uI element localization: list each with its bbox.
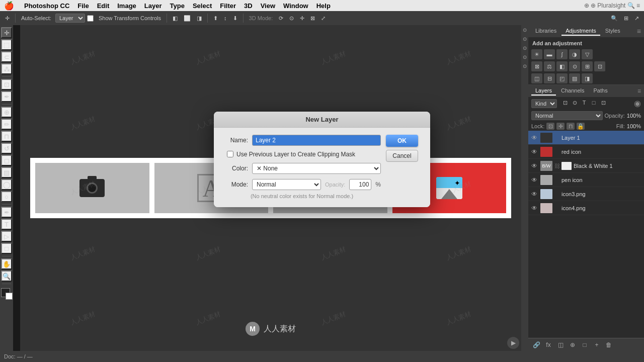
pixel-filter-icon[interactable]: ⊡ (561, 100, 569, 108)
layer-row-icon3[interactable]: 👁 icon3.png (528, 187, 644, 201)
gradient-tool[interactable]: ▨ (1, 167, 12, 178)
3d-rotate-btn[interactable]: ⟳ (277, 14, 285, 23)
history-brush-tool[interactable]: ↺ (1, 143, 12, 154)
dialog-color-select[interactable]: ✕ None Red Orange Yellow Green Blue Viol… (252, 163, 381, 174)
menu-select[interactable]: Select (193, 2, 212, 10)
align-right-btn[interactable]: ◨ (195, 14, 204, 23)
layer-row-icon4[interactable]: 👁 icon4.png (528, 201, 644, 215)
dodge-tool[interactable]: ○ (1, 191, 12, 202)
panel-icon-2[interactable]: ⊙ (522, 36, 528, 42)
eyedropper-tool[interactable]: ✒ (1, 91, 12, 102)
brightness-contrast-btn[interactable]: ☀ (531, 49, 542, 59)
eraser-tool[interactable]: ◻ (1, 155, 12, 166)
marquee-tool[interactable]: ⬚ (1, 39, 12, 50)
3d-slide-btn[interactable]: ⊠ (308, 14, 317, 23)
3d-scale-btn[interactable]: ⤢ (319, 14, 328, 23)
healing-brush-tool[interactable]: ⊕ (1, 107, 12, 118)
panel-icon-5[interactable]: ⊙ (522, 63, 528, 69)
lock-all-btn[interactable]: 🔒 (577, 123, 585, 130)
filter-toggle-icon[interactable]: ◉ (634, 99, 641, 108)
add-mask-icon[interactable]: ◫ (555, 340, 566, 350)
color-balance-btn[interactable]: ⚖ (544, 61, 555, 71)
icon4-visibility-icon[interactable]: 👁 (530, 204, 538, 212)
blend-mode-select[interactable]: Normal Multiply Screen (531, 111, 603, 120)
layer-row-layer1[interactable]: 👁 Layer 1 (528, 131, 644, 145)
lock-position-btn[interactable]: ✛ (556, 123, 565, 130)
zoom-tool[interactable]: 🔍 (1, 270, 12, 282)
scroll-right-btn[interactable]: ▶ (507, 337, 519, 349)
lasso-tool[interactable]: ⊂ (1, 51, 12, 62)
layer-row-bw1[interactable]: 👁 B/W ⛓ Black & White 1 (528, 159, 644, 173)
panel-icon-4[interactable]: ⊙ (522, 54, 528, 60)
curves-btn[interactable]: ∫ (556, 49, 568, 59)
arrange-btn[interactable]: ⊞ (622, 14, 630, 23)
tab-channels[interactable]: Channels (557, 86, 588, 96)
layers-kind-select[interactable]: Kind (531, 99, 557, 108)
text-filter-icon[interactable]: T (580, 100, 588, 108)
gradient-map-btn[interactable]: ▤ (569, 73, 580, 83)
new-adj-layer-icon[interactable]: ⊕ (568, 340, 578, 350)
invert-btn[interactable]: ◫ (531, 73, 542, 83)
tab-layers[interactable]: Layers (531, 86, 556, 96)
background-color[interactable] (6, 293, 13, 300)
penicon-visibility-icon[interactable]: 👁 (530, 176, 538, 184)
align-center-h-btn[interactable]: ⬜ (182, 14, 193, 23)
tab-adjustments[interactable]: Adjustments (561, 27, 600, 36)
bw1-visibility-icon[interactable]: 👁 (530, 162, 538, 170)
layer-row-penicon[interactable]: 👁 pen icon (528, 173, 644, 187)
shape-filter-icon[interactable]: □ (590, 100, 598, 108)
pen-tool[interactable]: ✒ (1, 207, 12, 218)
fx-icon[interactable]: fx (543, 340, 553, 350)
color-lookup-btn[interactable]: ⊡ (594, 61, 605, 71)
show-transform-checkbox[interactable] (87, 15, 94, 22)
panel-icon-1[interactable]: ⊙ (522, 27, 528, 33)
move-tool-btn[interactable]: ✛ (3, 14, 12, 23)
redicon-visibility-icon[interactable]: 👁 (530, 148, 538, 156)
text-tool[interactable]: T (1, 219, 12, 230)
tab-styles[interactable]: Styles (601, 27, 624, 36)
share-btn[interactable]: ↗ (632, 14, 641, 23)
selective-color-btn[interactable]: ◨ (582, 73, 593, 83)
photo-filter-btn[interactable]: ⊙ (569, 61, 580, 71)
move-tool[interactable]: ✛ (1, 27, 12, 38)
magic-wand-tool[interactable]: ⁂ (1, 63, 12, 74)
align-bottom-btn[interactable]: ⬇ (231, 14, 239, 23)
dialog-cancel-btn[interactable]: Cancel (386, 150, 418, 162)
dialog-name-input[interactable] (252, 135, 381, 146)
dialog-ok-btn[interactable]: OK (386, 135, 418, 147)
smartobj-filter-icon[interactable]: ⊡ (599, 100, 607, 108)
panel-close-icon[interactable]: ≡ (637, 27, 641, 35)
foreground-color[interactable] (1, 288, 10, 297)
levels-btn[interactable]: ▬ (544, 49, 555, 59)
adj-filter-icon[interactable]: ⊙ (571, 100, 579, 108)
menu-window[interactable]: Window (283, 2, 308, 10)
new-group-icon[interactable]: □ (580, 340, 590, 350)
path-tool[interactable]: ▷ (1, 231, 12, 242)
clipping-mask-checkbox[interactable] (227, 151, 233, 157)
menu-layer[interactable]: Layer (144, 2, 162, 10)
exposure-btn[interactable]: ◑ (569, 49, 580, 59)
align-top-btn[interactable]: ⬆ (211, 14, 220, 23)
delete-layer-icon[interactable]: 🗑 (604, 340, 614, 350)
panel-icon-3[interactable]: ⊙ (522, 45, 528, 51)
threshold-btn[interactable]: ◰ (556, 73, 568, 83)
crop-tool[interactable]: ⊡ (1, 79, 12, 90)
tab-paths[interactable]: Paths (590, 86, 612, 96)
menu-edit[interactable]: Edit (97, 2, 110, 10)
icon3-visibility-icon[interactable]: 👁 (530, 190, 538, 198)
menu-image[interactable]: Image (117, 2, 136, 10)
lock-pixels-btn[interactable]: ⊡ (546, 123, 554, 130)
new-layer-icon[interactable]: + (592, 340, 602, 350)
3d-pan-btn[interactable]: ✛ (298, 14, 306, 23)
layer-row-redicon[interactable]: 👁 red icon (528, 145, 644, 159)
dialog-opacity-input[interactable] (349, 179, 371, 190)
auto-select-dropdown[interactable]: Layer Group (55, 14, 85, 23)
search-btn[interactable]: 🔍 (609, 14, 620, 23)
tab-libraries[interactable]: Libraries (531, 27, 560, 36)
align-left-btn[interactable]: ◧ (171, 14, 180, 23)
align-middle-btn[interactable]: ↕ (222, 14, 229, 22)
apple-menu-icon[interactable]: 🍎 (4, 1, 14, 11)
menu-3d[interactable]: 3D (244, 2, 253, 10)
layers-panel-menu-icon[interactable]: ≡ (637, 87, 641, 95)
hue-sat-btn[interactable]: ⊠ (531, 61, 542, 71)
